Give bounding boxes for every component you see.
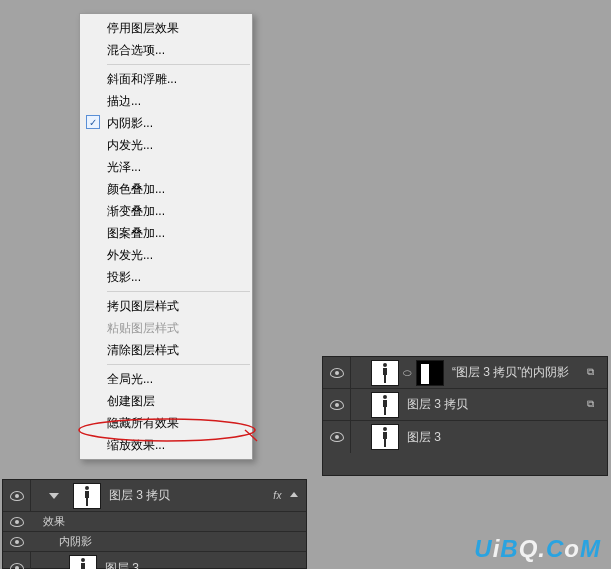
menu-item-label: 拷贝图层样式 [107, 298, 179, 315]
menu-item-label: 外发光... [107, 247, 153, 264]
layer-name[interactable]: 图层 3 拷贝 [109, 487, 170, 504]
menu-item-label: 隐藏所有效果 [107, 415, 179, 432]
layers-panel-left: 图层 3 拷贝 fx 效果 内阴影 图层 3 [2, 479, 307, 569]
menu-item[interactable]: 全局光... [81, 368, 251, 390]
link-icon: ⬭ [402, 366, 412, 380]
menu-item-label: 斜面和浮雕... [107, 71, 177, 88]
layer-name[interactable]: 图层 3 [105, 560, 139, 570]
menu-item[interactable]: 隐藏所有效果 [81, 412, 251, 434]
clip-icon: ⧉ [587, 366, 599, 378]
fx-badge[interactable]: fx [273, 490, 282, 501]
eye-icon [330, 432, 344, 442]
menu-item[interactable]: 斜面和浮雕... [81, 68, 251, 90]
layer-mask-thumbnail[interactable] [416, 360, 444, 386]
expand-icon[interactable] [49, 493, 59, 499]
eye-icon[interactable] [10, 537, 24, 547]
eye-icon [330, 400, 344, 410]
menu-item[interactable]: 描边... [81, 90, 251, 112]
menu-item-label: 缩放效果... [107, 437, 165, 454]
effects-group[interactable]: 效果 [3, 512, 306, 532]
menu-separator [107, 64, 250, 65]
layer-row[interactable]: 图层 3 拷贝 ⧉ [323, 389, 607, 421]
menu-item-label: 全局光... [107, 371, 153, 388]
menu-item[interactable]: 停用图层效果 [81, 17, 251, 39]
layer-thumbnail[interactable] [73, 483, 101, 509]
menu-item[interactable]: ✓内阴影... [81, 112, 251, 134]
layer-thumbnail[interactable] [371, 424, 399, 450]
menu-item[interactable]: 内发光... [81, 134, 251, 156]
menu-item-label: 创建图层 [107, 393, 155, 410]
eye-icon[interactable] [10, 517, 24, 527]
menu-item-label: 清除图层样式 [107, 342, 179, 359]
menu-item-label: 描边... [107, 93, 141, 110]
collapse-fx-icon[interactable] [290, 492, 298, 497]
menu-separator [107, 364, 250, 365]
effects-label: 效果 [31, 514, 65, 529]
menu-item-label: 渐变叠加... [107, 203, 165, 220]
menu-item-label: 图案叠加... [107, 225, 165, 242]
effect-inner-shadow[interactable]: 内阴影 [3, 532, 306, 552]
clip-icon: ⧉ [587, 398, 599, 410]
menu-item[interactable]: 清除图层样式 [81, 339, 251, 361]
visibility-toggle[interactable] [323, 421, 351, 453]
menu-item[interactable]: 投影... [81, 266, 251, 288]
eye-icon [10, 563, 24, 569]
layer-row[interactable]: 图层 3 拷贝 fx [3, 480, 306, 512]
layer-thumbnail[interactable] [69, 555, 97, 569]
check-icon: ✓ [86, 115, 100, 129]
menu-item-label: 停用图层效果 [107, 20, 179, 37]
menu-item[interactable]: 外发光... [81, 244, 251, 266]
menu-item[interactable]: 混合选项... [81, 39, 251, 61]
eye-icon [10, 491, 24, 501]
layer-name[interactable]: “图层 3 拷贝”的内阴影 [452, 364, 569, 381]
menu-item-label: 粘贴图层样式 [107, 320, 179, 337]
figure-icon [81, 485, 93, 507]
visibility-toggle[interactable] [3, 480, 31, 512]
menu-item-label: 光泽... [107, 159, 141, 176]
layer-row[interactable]: ⬭ “图层 3 拷贝”的内阴影 ⧉ [323, 357, 607, 389]
menu-item-label: 内发光... [107, 137, 153, 154]
menu-item-label: 投影... [107, 269, 141, 286]
layer-row[interactable]: 图层 3 [323, 421, 607, 453]
menu-item[interactable]: 光泽... [81, 156, 251, 178]
menu-item-label: 颜色叠加... [107, 181, 165, 198]
effect-label: 内阴影 [31, 534, 92, 549]
layer-thumbnail[interactable] [371, 392, 399, 418]
visibility-toggle[interactable] [3, 552, 31, 569]
figure-icon [379, 362, 391, 384]
watermark: UiBQ.CoM [474, 535, 601, 563]
menu-item[interactable]: 渐变叠加... [81, 200, 251, 222]
visibility-toggle[interactable] [323, 389, 351, 421]
figure-icon [379, 394, 391, 416]
menu-separator [107, 291, 250, 292]
layer-thumbnail[interactable] [371, 360, 399, 386]
menu-item[interactable]: 图案叠加... [81, 222, 251, 244]
figure-icon [379, 426, 391, 448]
layers-panel-right: ⬭ “图层 3 拷贝”的内阴影 ⧉ 图层 3 拷贝 ⧉ 图层 3 [322, 356, 608, 476]
menu-item[interactable]: 创建图层 [81, 390, 251, 412]
layer-style-context-menu[interactable]: 停用图层效果混合选项...斜面和浮雕...描边...✓内阴影...内发光...光… [79, 13, 253, 460]
menu-item-label: 内阴影... [107, 115, 153, 132]
menu-item-label: 混合选项... [107, 42, 165, 59]
figure-icon [77, 557, 89, 569]
menu-item[interactable]: 颜色叠加... [81, 178, 251, 200]
menu-item[interactable]: 拷贝图层样式 [81, 295, 251, 317]
menu-item[interactable]: 缩放效果... [81, 434, 251, 456]
visibility-toggle[interactable] [323, 357, 351, 389]
eye-icon [330, 368, 344, 378]
layer-name[interactable]: 图层 3 [407, 429, 441, 446]
layer-name[interactable]: 图层 3 拷贝 [407, 396, 468, 413]
menu-item: 粘贴图层样式 [81, 317, 251, 339]
layer-row[interactable]: 图层 3 [3, 552, 306, 569]
